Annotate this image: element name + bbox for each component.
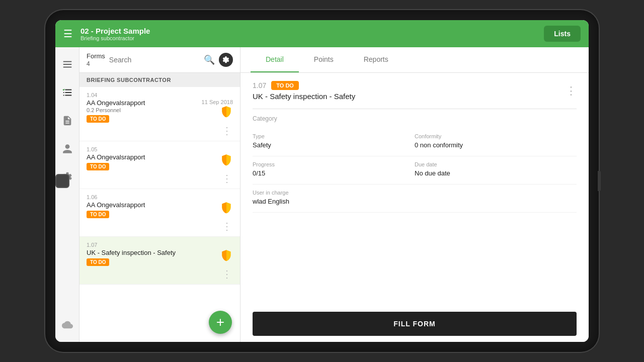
field-label-conformity: Conformity — [415, 133, 577, 139]
divider — [253, 109, 577, 109]
section-header: BRIEFING SUBCONTRACTOR — [79, 73, 240, 87]
left-sidebar — [55, 47, 79, 342]
tablet-screen: ☰ 02 - Project Sample Briefing subcontra… — [55, 20, 589, 342]
sidebar-icon-checklist[interactable] — [58, 83, 76, 102]
detail-grid: Type Safety Conformity 0 non conformity … — [253, 128, 577, 213]
detail-panel: Detail Points Reports 1.07 TO DO UK - Sa… — [240, 47, 589, 342]
top-bar: ☰ 02 - Project Sample Briefing subcontra… — [55, 20, 589, 47]
detail-title-text: UK - Safety inspection - Safety — [253, 92, 355, 101]
svg-rect-0 — [63, 61, 71, 62]
hamburger-icon[interactable]: ☰ — [63, 28, 72, 40]
svg-rect-2 — [63, 67, 71, 68]
side-button — [598, 171, 601, 191]
add-fab-button[interactable]: + — [209, 311, 232, 334]
tab-detail[interactable]: Detail — [251, 47, 299, 72]
shield-icon — [220, 105, 233, 118]
detail-field-user: User in charge wlad English — [253, 185, 577, 213]
lists-button[interactable]: Lists — [544, 26, 581, 42]
item-name: AA Ongevalsrapport 0.2 Personnel TO DO — [87, 99, 145, 123]
fill-form-button[interactable]: FILL FORM — [253, 312, 577, 336]
list-item[interactable]: 1.04 AA Ongevalsrapport 0.2 Personnel TO… — [79, 87, 240, 141]
item-name: AA Ongevalsrapport TO DO — [87, 153, 145, 170]
category-label: Category — [253, 115, 577, 122]
field-label-user: User in charge — [253, 190, 577, 196]
svg-rect-1 — [63, 64, 71, 65]
field-value-conformity: 0 non conformity — [415, 141, 577, 149]
item-date: 11 Sep 2018 — [202, 99, 233, 105]
top-bar-title: 02 - Project Sample Briefing subcontract… — [80, 27, 544, 41]
item-name: AA Ongevalsrapport TO DO — [87, 201, 145, 218]
field-value-progress: 0/15 — [253, 169, 415, 177]
item-row: AA Ongevalsrapport 0.2 Personnel TO DO 1… — [87, 99, 233, 123]
todo-badge: TO DO — [87, 115, 109, 123]
detail-tabs: Detail Points Reports — [240, 47, 589, 73]
sidebar-icon-person[interactable] — [58, 140, 76, 158]
field-value-duedate: No due date — [415, 169, 577, 177]
three-dots-menu[interactable]: ⋮ — [87, 125, 233, 137]
search-input[interactable] — [109, 56, 200, 64]
list-item-selected[interactable]: 1.07 UK - Safety inspection - Safety TO … — [79, 237, 240, 285]
item-row: AA Ongevalsrapport TO DO — [87, 201, 233, 218]
detail-field-duedate: Due date No due date — [415, 156, 577, 185]
forms-label-group: Forms 4 — [87, 52, 105, 67]
item-number: 1.04 — [87, 92, 233, 98]
list-item[interactable]: 1.05 AA Ongevalsrapport TO DO ⋮ — [79, 141, 240, 189]
item-number: 1.05 — [87, 146, 233, 152]
field-label-duedate: Due date — [415, 161, 577, 167]
detail-field-conformity: Conformity 0 non conformity — [415, 128, 577, 156]
three-dots-menu[interactable]: ⋮ — [87, 268, 233, 280]
sidebar-icon-document[interactable] — [58, 112, 76, 130]
shield-icon — [220, 153, 233, 166]
three-dots-menu[interactable]: ⋮ — [87, 172, 233, 185]
field-value-user: wlad English — [253, 198, 577, 205]
todo-badge: TO DO — [87, 163, 109, 170]
home-button[interactable] — [55, 174, 69, 188]
field-value-type: Safety — [253, 141, 415, 149]
field-label-progress: Progress — [253, 161, 415, 167]
item-row: AA Ongevalsrapport TO DO — [87, 153, 233, 170]
detail-title-row: 1.07 TO DO UK - Safety inspection - Safe… — [253, 81, 577, 101]
forms-panel: Forms 4 🔍 BRIEFING SUBCONTRACTOR 1.04 — [79, 47, 240, 342]
item-number: 1.06 — [87, 194, 233, 200]
detail-number: 1.07 — [253, 81, 266, 89]
detail-field-progress: Progress 0/15 — [253, 156, 415, 185]
project-name: 02 - Project Sample — [80, 27, 544, 35]
three-dots-menu[interactable]: ⋮ — [87, 220, 233, 232]
tab-reports[interactable]: Reports — [349, 47, 404, 72]
settings-icon[interactable] — [219, 53, 233, 67]
search-icon[interactable]: 🔍 — [204, 54, 215, 65]
shield-icon — [220, 201, 233, 214]
detail-content: 1.07 TO DO UK - Safety inspection - Safe… — [240, 73, 589, 306]
main-content: Forms 4 🔍 BRIEFING SUBCONTRACTOR 1.04 — [55, 47, 589, 342]
forms-list: 1.04 AA Ongevalsrapport 0.2 Personnel TO… — [79, 87, 240, 342]
detail-title-group: 1.07 TO DO UK - Safety inspection - Safe… — [253, 81, 355, 101]
tab-points[interactable]: Points — [299, 47, 349, 72]
detail-field-type: Type Safety — [253, 128, 415, 156]
list-item[interactable]: 1.06 AA Ongevalsrapport TO DO ⋮ — [79, 189, 240, 237]
forms-count: 4 — [87, 60, 105, 67]
forms-label: Forms — [87, 52, 105, 60]
todo-badge: TO DO — [87, 258, 109, 266]
todo-badge: TO DO — [87, 211, 109, 218]
sidebar-icon-cloud[interactable] — [58, 316, 76, 334]
item-row: UK - Safety inspection - Safety TO DO — [87, 249, 233, 266]
field-label-type: Type — [253, 133, 415, 139]
project-subtitle: Briefing subcontractor — [80, 35, 544, 41]
detail-todo-badge: TO DO — [271, 81, 299, 90]
detail-three-dots-menu[interactable]: ⋮ — [566, 84, 577, 98]
forms-header: Forms 4 🔍 — [79, 47, 240, 73]
sidebar-icon-list[interactable] — [58, 55, 76, 73]
detail-title-left: 1.07 TO DO — [253, 81, 355, 90]
shield-icon — [220, 249, 233, 262]
item-name: UK - Safety inspection - Safety TO DO — [87, 249, 176, 266]
item-number: 1.07 — [87, 242, 233, 248]
